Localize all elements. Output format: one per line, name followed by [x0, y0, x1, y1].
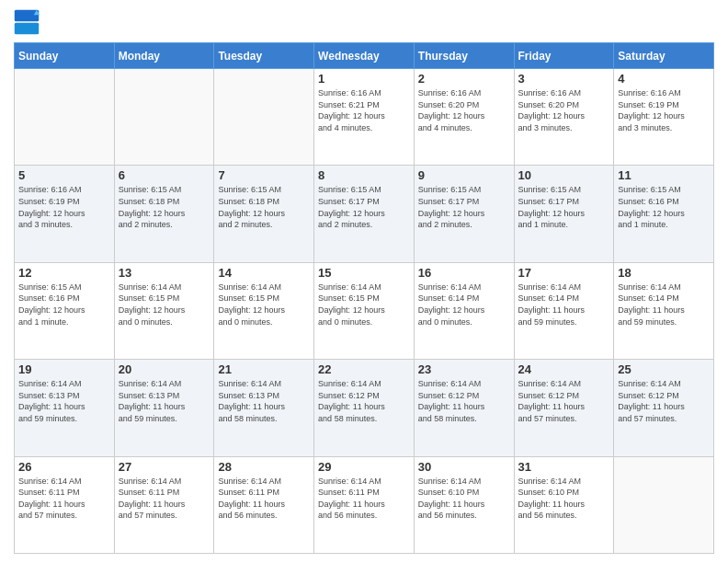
calendar-cell: 17Sunrise: 6:14 AM Sunset: 6:14 PM Dayli…: [514, 262, 614, 359]
day-number: 7: [218, 168, 310, 182]
column-header-monday: Monday: [114, 43, 214, 69]
day-info: Sunrise: 6:14 AM Sunset: 6:10 PM Dayligh…: [418, 476, 510, 522]
page: SundayMondayTuesdayWednesdayThursdayFrid…: [0, 0, 728, 563]
calendar-cell: 26Sunrise: 6:14 AM Sunset: 6:11 PM Dayli…: [15, 456, 115, 553]
calendar-cell: 25Sunrise: 6:14 AM Sunset: 6:12 PM Dayli…: [614, 360, 714, 456]
day-info: Sunrise: 6:15 AM Sunset: 6:16 PM Dayligh…: [618, 184, 710, 230]
day-number: 14: [218, 266, 310, 280]
svg-rect-1: [15, 23, 39, 34]
day-number: 24: [518, 362, 610, 376]
day-info: Sunrise: 6:15 AM Sunset: 6:18 PM Dayligh…: [218, 184, 310, 230]
calendar-cell: 3Sunrise: 6:16 AM Sunset: 6:20 PM Daylig…: [514, 69, 614, 166]
calendar-cell: [15, 69, 115, 166]
day-info: Sunrise: 6:15 AM Sunset: 6:16 PM Dayligh…: [18, 282, 110, 327]
day-info: Sunrise: 6:14 AM Sunset: 6:13 PM Dayligh…: [218, 378, 310, 424]
day-number: 27: [119, 460, 210, 474]
day-info: Sunrise: 6:14 AM Sunset: 6:13 PM Dayligh…: [119, 378, 210, 424]
calendar-cell: 11Sunrise: 6:15 AM Sunset: 6:16 PM Dayli…: [614, 166, 714, 262]
day-info: Sunrise: 6:14 AM Sunset: 6:12 PM Dayligh…: [418, 378, 510, 424]
day-info: Sunrise: 6:14 AM Sunset: 6:11 PM Dayligh…: [18, 476, 110, 522]
day-number: 20: [119, 362, 210, 376]
day-number: 10: [518, 168, 610, 182]
day-number: 31: [518, 460, 610, 474]
calendar-cell: 28Sunrise: 6:14 AM Sunset: 6:11 PM Dayli…: [214, 456, 314, 553]
calendar-cell: [614, 456, 714, 553]
day-info: Sunrise: 6:14 AM Sunset: 6:15 PM Dayligh…: [119, 282, 210, 327]
day-number: 1: [318, 72, 410, 86]
calendar-cell: 2Sunrise: 6:16 AM Sunset: 6:20 PM Daylig…: [414, 69, 514, 166]
calendar-cell: 12Sunrise: 6:15 AM Sunset: 6:16 PM Dayli…: [15, 262, 115, 359]
day-number: 17: [518, 266, 610, 280]
calendar-cell: 10Sunrise: 6:15 AM Sunset: 6:17 PM Dayli…: [514, 166, 614, 262]
day-info: Sunrise: 6:14 AM Sunset: 6:12 PM Dayligh…: [518, 378, 610, 424]
day-number: 6: [119, 168, 210, 182]
day-info: Sunrise: 6:15 AM Sunset: 6:17 PM Dayligh…: [518, 184, 610, 230]
calendar-week-2: 5Sunrise: 6:16 AM Sunset: 6:19 PM Daylig…: [15, 166, 714, 262]
day-info: Sunrise: 6:16 AM Sunset: 6:19 PM Dayligh…: [18, 184, 110, 230]
calendar-cell: 24Sunrise: 6:14 AM Sunset: 6:12 PM Dayli…: [514, 360, 614, 456]
day-info: Sunrise: 6:14 AM Sunset: 6:14 PM Dayligh…: [518, 282, 610, 327]
calendar-header-row: SundayMondayTuesdayWednesdayThursdayFrid…: [15, 43, 714, 69]
day-info: Sunrise: 6:15 AM Sunset: 6:18 PM Dayligh…: [119, 184, 210, 230]
logo-icon: [14, 9, 40, 35]
calendar-cell: 20Sunrise: 6:14 AM Sunset: 6:13 PM Dayli…: [114, 360, 214, 456]
calendar-cell: 19Sunrise: 6:14 AM Sunset: 6:13 PM Dayli…: [15, 360, 115, 456]
day-info: Sunrise: 6:14 AM Sunset: 6:12 PM Dayligh…: [618, 378, 710, 424]
day-number: 12: [18, 266, 110, 280]
calendar-cell: [114, 69, 214, 166]
day-info: Sunrise: 6:14 AM Sunset: 6:14 PM Dayligh…: [618, 282, 710, 327]
day-info: Sunrise: 6:16 AM Sunset: 6:21 PM Dayligh…: [318, 87, 410, 133]
day-number: 18: [618, 266, 710, 280]
calendar-cell: 29Sunrise: 6:14 AM Sunset: 6:11 PM Dayli…: [314, 456, 415, 553]
calendar-cell: 9Sunrise: 6:15 AM Sunset: 6:17 PM Daylig…: [414, 166, 514, 262]
day-number: 16: [418, 266, 510, 280]
calendar-cell: 22Sunrise: 6:14 AM Sunset: 6:12 PM Dayli…: [314, 360, 415, 456]
calendar-cell: 27Sunrise: 6:14 AM Sunset: 6:11 PM Dayli…: [114, 456, 214, 553]
calendar-week-1: 1Sunrise: 6:16 AM Sunset: 6:21 PM Daylig…: [15, 69, 714, 166]
day-number: 15: [318, 266, 410, 280]
day-info: Sunrise: 6:14 AM Sunset: 6:15 PM Dayligh…: [318, 282, 410, 327]
day-info: Sunrise: 6:14 AM Sunset: 6:13 PM Dayligh…: [18, 378, 110, 424]
day-number: 23: [418, 362, 510, 376]
logo: [14, 9, 41, 35]
calendar-week-4: 19Sunrise: 6:14 AM Sunset: 6:13 PM Dayli…: [15, 360, 714, 456]
calendar-cell: 8Sunrise: 6:15 AM Sunset: 6:17 PM Daylig…: [314, 166, 415, 262]
day-number: 9: [418, 168, 510, 182]
day-number: 28: [218, 460, 310, 474]
calendar-cell: 16Sunrise: 6:14 AM Sunset: 6:14 PM Dayli…: [414, 262, 514, 359]
day-number: 26: [18, 460, 110, 474]
calendar: SundayMondayTuesdayWednesdayThursdayFrid…: [14, 42, 714, 554]
calendar-cell: 30Sunrise: 6:14 AM Sunset: 6:10 PM Dayli…: [414, 456, 514, 553]
calendar-cell: 5Sunrise: 6:16 AM Sunset: 6:19 PM Daylig…: [15, 166, 115, 262]
day-number: 2: [418, 72, 510, 86]
calendar-cell: 21Sunrise: 6:14 AM Sunset: 6:13 PM Dayli…: [214, 360, 314, 456]
day-info: Sunrise: 6:14 AM Sunset: 6:11 PM Dayligh…: [119, 476, 210, 522]
day-number: 22: [318, 362, 410, 376]
day-info: Sunrise: 6:14 AM Sunset: 6:14 PM Dayligh…: [418, 282, 510, 327]
day-info: Sunrise: 6:15 AM Sunset: 6:17 PM Dayligh…: [318, 184, 410, 230]
day-number: 5: [18, 168, 110, 182]
calendar-cell: 4Sunrise: 6:16 AM Sunset: 6:19 PM Daylig…: [614, 69, 714, 166]
column-header-wednesday: Wednesday: [314, 43, 415, 69]
calendar-week-5: 26Sunrise: 6:14 AM Sunset: 6:11 PM Dayli…: [15, 456, 714, 553]
day-info: Sunrise: 6:15 AM Sunset: 6:17 PM Dayligh…: [418, 184, 510, 230]
day-info: Sunrise: 6:14 AM Sunset: 6:15 PM Dayligh…: [218, 282, 310, 327]
column-header-thursday: Thursday: [414, 43, 514, 69]
day-number: 30: [418, 460, 510, 474]
day-number: 29: [318, 460, 410, 474]
column-header-sunday: Sunday: [15, 43, 115, 69]
day-number: 4: [618, 72, 710, 86]
svg-rect-0: [15, 10, 39, 21]
calendar-cell: 18Sunrise: 6:14 AM Sunset: 6:14 PM Dayli…: [614, 262, 714, 359]
calendar-cell: 15Sunrise: 6:14 AM Sunset: 6:15 PM Dayli…: [314, 262, 415, 359]
calendar-cell: 14Sunrise: 6:14 AM Sunset: 6:15 PM Dayli…: [214, 262, 314, 359]
day-info: Sunrise: 6:14 AM Sunset: 6:12 PM Dayligh…: [318, 378, 410, 424]
day-number: 21: [218, 362, 310, 376]
calendar-cell: 13Sunrise: 6:14 AM Sunset: 6:15 PM Dayli…: [114, 262, 214, 359]
day-info: Sunrise: 6:16 AM Sunset: 6:19 PM Dayligh…: [618, 87, 710, 133]
day-number: 13: [119, 266, 210, 280]
calendar-cell: 1Sunrise: 6:16 AM Sunset: 6:21 PM Daylig…: [314, 69, 415, 166]
calendar-cell: 23Sunrise: 6:14 AM Sunset: 6:12 PM Dayli…: [414, 360, 514, 456]
day-info: Sunrise: 6:14 AM Sunset: 6:10 PM Dayligh…: [518, 476, 610, 522]
calendar-cell: 31Sunrise: 6:14 AM Sunset: 6:10 PM Dayli…: [514, 456, 614, 553]
